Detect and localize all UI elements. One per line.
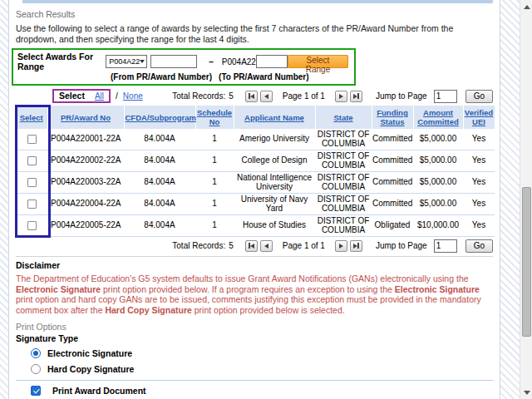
results-table-wrap: SelectPR/Award NoCFDA/SubprogramSchedule… <box>16 106 493 237</box>
select-all-annotation: Select All <box>52 89 111 103</box>
cell-cfda: 84.004A <box>124 129 195 150</box>
next-page-button[interactable] <box>335 240 347 252</box>
chevron-down-icon <box>140 60 145 63</box>
cell-funding-status: Committed <box>372 150 413 172</box>
select-awards-range-section: Select Awards For Range P004A22 – P004A2… <box>12 48 356 86</box>
table-row: P004A220002-22A 84.004A 1 College of Des… <box>16 150 495 172</box>
prev-page-button[interactable] <box>260 91 273 102</box>
to-caption: (To PR/Award Number) <box>219 72 309 81</box>
table-row: P004A220001-22A 84.004A 1 Amerigo Univer… <box>16 129 495 150</box>
cell-state: DISTRICT OF COLUMBIA <box>315 172 372 194</box>
total-records-value: 5 <box>229 91 234 101</box>
disclaimer-text: The Department of Education's G5 system … <box>16 273 493 315</box>
cell-uei: Yes <box>463 129 495 150</box>
column-header[interactable]: State <box>315 106 372 129</box>
go-button[interactable]: Go <box>466 239 493 253</box>
next-page-button[interactable] <box>335 91 347 102</box>
next-page-icon <box>339 94 343 99</box>
select-none-link[interactable]: None <box>123 91 143 101</box>
row-select-checkbox[interactable] <box>27 200 37 209</box>
row-select-checkbox[interactable] <box>27 135 37 144</box>
jump-to-page-input[interactable] <box>434 90 457 103</box>
cell-state: DISTRICT OF COLUMBIA <box>315 194 372 215</box>
jump-to-page-input[interactable] <box>434 239 457 253</box>
cell-award-no: P004A220004-22A <box>47 194 124 215</box>
up-arrow-icon <box>524 5 530 9</box>
first-page-button[interactable] <box>245 240 258 252</box>
cell-state: DISTRICT OF COLUMBIA <box>315 129 372 150</box>
pager-cluster: Total Records: 5 Page 1 of 1 Jump to Pag… <box>172 239 493 253</box>
cell-applicant: House of Studies <box>234 215 315 237</box>
cell-award-no: P004A220002-22A <box>47 150 124 172</box>
hard-copy-signature-radio[interactable] <box>31 364 41 374</box>
range-dash: – <box>209 57 214 66</box>
electronic-signature-radio[interactable] <box>31 348 41 358</box>
cell-funding-status: Committed <box>372 129 413 150</box>
select-label: Select <box>59 91 85 101</box>
scroll-up-button[interactable] <box>520 1 532 12</box>
cell-funding-status: Obligated <box>372 215 413 237</box>
table-row: P004A220004-22A 84.004A 1 University of … <box>16 194 495 215</box>
electronic-signature-option: Electronic Signature <box>31 347 493 359</box>
page-content: Search Results Use the following to sele… <box>8 0 500 399</box>
results-table: SelectPR/Award NoCFDA/SubprogramSchedule… <box>16 106 495 237</box>
cell-cfda: 84.004A <box>124 215 195 237</box>
row-select-checkbox[interactable] <box>27 156 37 165</box>
cell-schedule: 1 <box>195 172 234 194</box>
row-select-checkbox[interactable] <box>27 178 37 187</box>
go-button[interactable]: Go <box>466 90 493 103</box>
cell-award-no: P004A220003-22A <box>47 172 124 194</box>
to-suffix-input[interactable] <box>256 55 288 68</box>
column-header[interactable]: Amount Committed <box>413 106 463 129</box>
select-all-link[interactable]: All <box>95 91 104 101</box>
print-options-label: Print Options <box>16 322 493 332</box>
page-indicator: Page 1 of 1 <box>283 241 325 250</box>
print-award-document-option: Print Award Document <box>31 384 493 397</box>
column-header[interactable]: Applicant Name <box>234 106 315 129</box>
cell-schedule: 1 <box>195 215 234 237</box>
column-header[interactable]: PR/Award No <box>47 106 124 129</box>
section-divider <box>16 256 493 257</box>
cell-uei: Yes <box>463 194 495 215</box>
from-prefix-dropdown[interactable]: P004A22 <box>106 55 147 68</box>
scrollbar-thumb[interactable] <box>522 187 531 337</box>
scroll-down-button[interactable] <box>520 387 532 398</box>
cell-applicant: Amerigo University <box>234 129 315 150</box>
table-body: P004A220001-22A 84.004A 1 Amerigo Univer… <box>16 129 495 237</box>
to-prefix-text: P004A22 <box>222 57 256 66</box>
print-award-document-checkbox[interactable] <box>31 386 41 396</box>
row-select-checkbox[interactable] <box>27 221 37 230</box>
cell-state: DISTRICT OF COLUMBIA <box>315 215 372 237</box>
column-header[interactable]: Select <box>16 106 47 129</box>
divider-line <box>16 380 493 381</box>
page-indicator: Page 1 of 1 <box>283 91 325 101</box>
cell-applicant: College of Design <box>234 150 315 172</box>
cell-amount: $5,000.00 <box>413 172 463 194</box>
prev-page-icon <box>264 94 268 99</box>
first-page-button[interactable] <box>245 91 258 102</box>
jump-to-page-label: Jump to Page <box>376 91 427 101</box>
from-prefix-value: P004A22 <box>109 57 140 66</box>
vertical-scrollbar[interactable] <box>520 0 532 399</box>
print-award-document-label: Print Award Document <box>52 386 146 396</box>
cell-amount: $5,000.00 <box>413 129 463 150</box>
from-suffix-input[interactable] <box>150 55 197 68</box>
column-header[interactable]: CFDA/Subprogram <box>124 106 195 129</box>
electronic-signature-label: Electronic Signature <box>47 348 132 358</box>
last-page-button[interactable] <box>350 91 362 102</box>
select-range-button[interactable]: Select Range <box>288 55 348 68</box>
select-links: Select All / None <box>52 89 143 103</box>
cell-applicant: University of Navy Yard <box>234 194 315 215</box>
cell-uei: Yes <box>463 172 495 194</box>
column-header[interactable]: Verified UEI <box>463 106 495 129</box>
column-header[interactable]: Schedule No <box>195 106 234 129</box>
prev-page-button[interactable] <box>260 240 273 252</box>
column-header[interactable]: Funding Status <box>372 106 413 129</box>
top-pagination-row: Select All / None Total Records: 5 Page … <box>16 89 493 103</box>
from-caption: (From PR/Award Number) <box>111 72 212 81</box>
down-arrow-icon <box>524 391 530 395</box>
last-page-button[interactable] <box>350 240 362 252</box>
cell-state: DISTRICT OF COLUMBIA <box>315 150 372 172</box>
cell-amount: $5,000.00 <box>413 194 463 215</box>
total-records-label: Total Records: <box>172 241 225 250</box>
